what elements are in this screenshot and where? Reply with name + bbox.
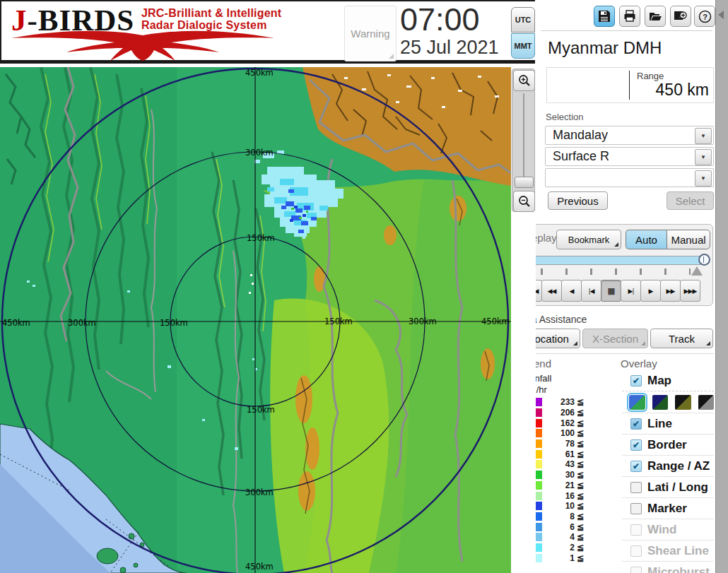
legend-operator: ≦ bbox=[577, 532, 584, 542]
play-button[interactable]: ▶ bbox=[640, 280, 661, 302]
range-value: 450 km bbox=[656, 81, 709, 100]
replay-group: Replay Bookmark Auto Manual ◀◀◀◀◀◀|◀■▶|▶… bbox=[516, 224, 713, 306]
chevron-down-icon[interactable]: ▼ bbox=[695, 170, 712, 187]
range-ring-label: 450km bbox=[245, 562, 274, 572]
print-button[interactable] bbox=[619, 6, 640, 27]
legend-value: 233 bbox=[546, 397, 575, 407]
replay-slider-handle[interactable] bbox=[698, 254, 710, 266]
overlay-item-range-az[interactable]: ✔Range / AZ bbox=[622, 455, 714, 476]
map-zoom-strip bbox=[511, 67, 536, 573]
collapse-arrow-icon[interactable] bbox=[718, 11, 724, 19]
range-ring-label: 450km bbox=[2, 318, 30, 328]
zoom-slider-handle[interactable] bbox=[515, 177, 534, 188]
checkbox-line[interactable]: ✔ bbox=[630, 418, 642, 430]
overlay-item-marker[interactable]: Marker bbox=[622, 497, 714, 519]
overlay-item-map[interactable]: ✔Map bbox=[622, 370, 714, 391]
manual-button[interactable]: Manual bbox=[667, 230, 710, 249]
legend-operator: ≦ bbox=[577, 512, 584, 521]
chevron-down-icon[interactable]: ▼ bbox=[695, 128, 712, 144]
overlay-item-lati-long[interactable]: Lati / Long bbox=[622, 476, 714, 497]
legend-value: 6 bbox=[546, 522, 575, 532]
checkbox-marker[interactable] bbox=[630, 503, 642, 514]
site-dropdown-value: Mandalay bbox=[553, 128, 608, 143]
panel-separator bbox=[541, 30, 712, 31]
replay-slider[interactable] bbox=[524, 256, 705, 265]
map-style-swatch-1[interactable] bbox=[629, 395, 645, 410]
legend-value: 4 bbox=[546, 532, 575, 542]
save-button[interactable] bbox=[594, 6, 615, 27]
panel-collapse-strip[interactable] bbox=[715, 0, 728, 573]
product-dropdown-value: Surface R bbox=[553, 149, 609, 164]
zoom-in-icon bbox=[517, 73, 532, 88]
checkbox-border[interactable]: ✔ bbox=[630, 439, 642, 451]
overlay-item-label: Wind bbox=[647, 523, 676, 537]
play-reverse-button[interactable]: ◀ bbox=[561, 280, 582, 302]
open-folder-button[interactable] bbox=[645, 6, 666, 27]
selection-label: Selection bbox=[546, 112, 583, 122]
mmt-button[interactable]: MMT bbox=[511, 33, 535, 59]
zoom-in-button[interactable] bbox=[513, 70, 535, 91]
range-ring-label: 450km bbox=[481, 317, 510, 326]
checkbox-range-az[interactable]: ✔ bbox=[630, 461, 642, 472]
legend-value: 30 bbox=[546, 470, 575, 480]
select-button[interactable]: Select bbox=[667, 191, 714, 210]
overlay-list: ✔Map✔Line✔Border✔Range / AZLati / LongMa… bbox=[622, 370, 714, 573]
legend-operator: ≦ bbox=[577, 428, 584, 438]
track-button[interactable]: Track bbox=[650, 329, 713, 348]
add-image-icon bbox=[674, 10, 688, 23]
range-divider bbox=[629, 71, 630, 100]
radar-map[interactable]: 450km300km150km150km300km450km450km300km… bbox=[0, 67, 511, 573]
legend-value: 78 bbox=[546, 439, 575, 449]
app-logo-tagline: JRC-Brilliant & Intelligent Radar Dialog… bbox=[141, 7, 281, 31]
checkbox-map[interactable]: ✔ bbox=[630, 375, 642, 386]
previous-button[interactable]: Previous bbox=[548, 191, 608, 210]
legend-operator: ≦ bbox=[577, 501, 584, 511]
legend-operator: ≦ bbox=[577, 449, 584, 459]
legend-operator: ≦ bbox=[577, 397, 584, 407]
map-style-swatch-2[interactable] bbox=[652, 395, 669, 410]
legend-value: 100 bbox=[546, 428, 575, 438]
legend-operator: ≦ bbox=[577, 553, 584, 563]
legend-operator: ≦ bbox=[577, 408, 584, 418]
option-dropdown[interactable]: ▼ bbox=[545, 168, 714, 187]
bookmark-button[interactable]: Bookmark bbox=[556, 230, 621, 249]
step-back-button[interactable]: |◀ bbox=[581, 280, 601, 302]
overlay-item-line[interactable]: ✔Line bbox=[622, 413, 714, 434]
step-forward-button[interactable]: ▶| bbox=[621, 280, 641, 302]
x-section-button[interactable]: X-Section bbox=[582, 329, 648, 348]
legend-value: 43 bbox=[546, 459, 575, 469]
range-ring-label: 300km bbox=[409, 317, 437, 326]
legend-operator: ≦ bbox=[577, 418, 584, 428]
range-end-marker[interactable] bbox=[691, 266, 703, 276]
overlay-item-label: Shear Line bbox=[647, 544, 709, 558]
warning-label: Warning bbox=[351, 28, 389, 40]
chevron-down-icon[interactable]: ▼ bbox=[695, 149, 712, 165]
warning-button[interactable]: Warning bbox=[344, 6, 397, 61]
checkbox-lati-long[interactable] bbox=[630, 482, 642, 493]
map-style-swatch-4[interactable] bbox=[698, 395, 715, 410]
legend-operator: ≦ bbox=[577, 459, 584, 469]
forward-button[interactable]: ▶▶ bbox=[660, 280, 681, 302]
stop-button[interactable]: ■ bbox=[601, 280, 621, 302]
zoom-out-button[interactable] bbox=[513, 191, 535, 212]
overlay-item-border[interactable]: ✔Border bbox=[622, 434, 714, 455]
rewind-button[interactable]: ◀◀ bbox=[541, 280, 562, 302]
site-dropdown[interactable]: Mandalay ▼ bbox=[545, 126, 714, 145]
zoom-slider-track[interactable] bbox=[523, 93, 524, 178]
add-image-button[interactable] bbox=[670, 6, 691, 27]
save-icon bbox=[598, 10, 611, 23]
map-style-swatch-3[interactable] bbox=[675, 395, 691, 410]
zoom-out-icon bbox=[517, 194, 532, 208]
replay-tick-marks bbox=[541, 268, 691, 275]
legend-value: 1 bbox=[546, 553, 575, 563]
overlay-item-label: Border bbox=[647, 438, 687, 452]
auto-button[interactable]: Auto bbox=[626, 230, 667, 249]
checkbox-microburst bbox=[630, 567, 642, 573]
range-display: Range 450 km bbox=[546, 67, 714, 103]
help-button[interactable]: ? bbox=[694, 6, 715, 27]
product-dropdown[interactable]: Surface R ▼ bbox=[545, 147, 714, 166]
range-ring-label: 300km bbox=[245, 488, 274, 497]
utc-button[interactable]: UTC bbox=[511, 7, 535, 33]
range-ring-label: 450km bbox=[245, 68, 274, 78]
forward-fast-button[interactable]: ▶▶▶ bbox=[680, 280, 700, 302]
